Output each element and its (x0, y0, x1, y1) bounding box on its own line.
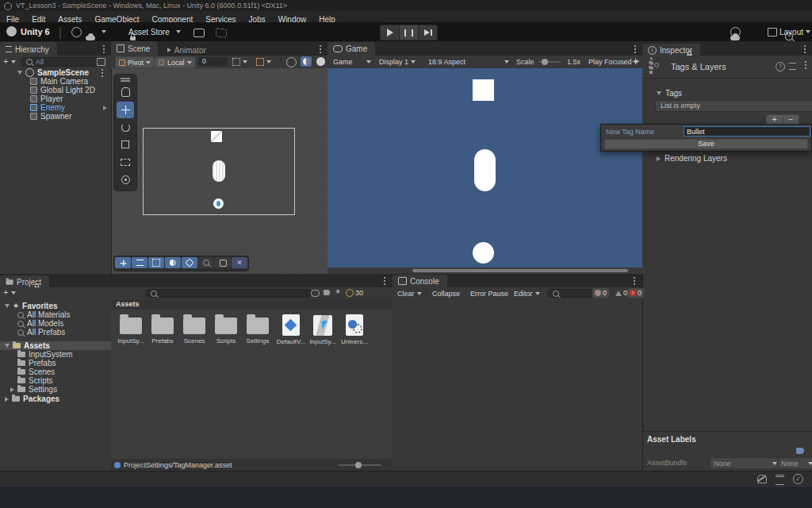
layout-caret[interactable] (806, 30, 810, 33)
overlay-layers-icon[interactable] (182, 257, 197, 268)
pause-button[interactable] (399, 25, 419, 40)
snap-settings-dropdown[interactable] (254, 56, 274, 67)
scene-camera-2d-toggle[interactable] (286, 57, 297, 67)
version-control-icon[interactable] (215, 28, 227, 38)
presets-icon[interactable] (789, 63, 796, 70)
tags-foldout[interactable]: Tags (657, 89, 682, 98)
overlay-grid-icon[interactable] (148, 257, 164, 268)
tree-row-player[interactable]: Player (0, 94, 111, 103)
display-dropdown[interactable]: Display 1 (377, 56, 418, 67)
game-hscrollbar-thumb[interactable] (412, 269, 628, 272)
hierarchy-search-input[interactable]: All (21, 57, 98, 67)
palette-handle-icon[interactable] (121, 78, 130, 79)
search-by-type-icon[interactable] (311, 290, 320, 297)
tree-row-assets[interactable]: Assets (0, 341, 111, 350)
overlay-move-icon[interactable] (115, 257, 131, 268)
cache-server-icon[interactable] (776, 475, 784, 487)
asset-store-caret[interactable] (176, 30, 181, 33)
console-clear-button[interactable]: Clear (395, 288, 424, 298)
pivot-dropdown[interactable]: Pivot (115, 56, 155, 68)
label-tag-icon[interactable] (796, 448, 804, 454)
tree-row-scenes[interactable]: Scenes (0, 368, 111, 376)
assetbundle-name-dropdown[interactable]: None (710, 457, 781, 469)
hierarchy-subscene-icon[interactable] (97, 58, 105, 66)
project-search-input[interactable] (145, 289, 312, 298)
tab-hierarchy[interactable]: Hierarchy (0, 42, 57, 56)
game-mode-dropdown[interactable]: Game (331, 56, 373, 67)
layout-dropdown[interactable]: Layout (779, 28, 803, 37)
account-dropdown-caret[interactable] (102, 30, 106, 33)
save-tag-button[interactable]: Save (604, 139, 808, 149)
tree-row-global-light[interactable]: Global Light 2D (0, 86, 111, 94)
scale-tool[interactable] (117, 137, 134, 153)
project-add-caret[interactable] (11, 291, 16, 294)
tree-row-scene[interactable]: SampleScene (0, 68, 111, 77)
tree-row-all-models[interactable]: All Models (0, 319, 111, 328)
asset-item-folder[interactable]: Scenes (179, 314, 209, 344)
overlay-sliders-icon[interactable] (132, 257, 147, 268)
grid-size-field[interactable]: 0 (198, 57, 228, 66)
scene-menu-icon[interactable] (320, 48, 321, 50)
tree-row-all-materials[interactable]: All Materials (0, 310, 111, 319)
hidden-packages-icon[interactable] (346, 289, 354, 297)
game-view[interactable] (327, 68, 642, 267)
cloud-services-icon[interactable] (86, 36, 95, 40)
asset-item-volume-profile[interactable]: DefaultV... (276, 314, 306, 345)
game-menu-icon[interactable] (634, 48, 636, 50)
hierarchy-add-caret[interactable] (11, 60, 16, 64)
game-hscrollbar[interactable] (327, 267, 643, 274)
asset-item-universal-rp[interactable]: Univers... (339, 314, 370, 345)
asset-item-folder[interactable]: Scripts (211, 314, 241, 344)
save-search-icon[interactable]: ★ (335, 287, 341, 295)
play-button[interactable] (380, 25, 400, 40)
scene-sprite-circle[interactable] (213, 198, 224, 209)
scene-view[interactable]: ✕ (112, 68, 327, 274)
undo-history-icon[interactable] (730, 27, 741, 37)
grid-visibility-dropdown[interactable] (230, 56, 250, 67)
foldout-icon[interactable] (17, 71, 22, 75)
tree-row-scripts[interactable]: Scripts (0, 376, 111, 385)
hand-tool[interactable] (117, 84, 134, 101)
scene-menu-icon[interactable] (102, 72, 103, 74)
tab-scene[interactable]: Scene (111, 41, 158, 56)
rotate-tool[interactable] (117, 119, 134, 136)
assetbundle-variant-dropdown[interactable]: None (777, 457, 812, 469)
help-icon[interactable]: ? (776, 62, 785, 71)
console-info-badge[interactable]: 0 (592, 288, 609, 298)
scene-lighting-toggle[interactable] (301, 56, 312, 67)
new-tag-name-input[interactable] (684, 126, 810, 137)
header-menu-icon[interactable] (805, 64, 806, 66)
console-editor-dropdown[interactable]: Editor (511, 288, 542, 298)
package-manager-icon[interactable] (193, 29, 205, 37)
asset-item-folder[interactable]: Prefabs (147, 314, 178, 344)
thumbnail-size-slider[interactable] (338, 464, 381, 466)
tree-row-spawner[interactable]: Spawner (0, 112, 111, 121)
tab-game[interactable]: Game (327, 42, 375, 56)
aspect-dropdown[interactable]: 16:9 Aspect (426, 56, 511, 67)
tree-row-inputsystem[interactable]: InputSystem (0, 350, 111, 359)
asset-item-folder[interactable]: InputSy... (116, 314, 146, 344)
tree-row-enemy[interactable]: Enemy (0, 103, 111, 112)
tree-row-settings[interactable]: Settings (0, 385, 111, 394)
scene-sprite-square[interactable] (211, 131, 222, 142)
scene-audio-toggle[interactable] (316, 57, 325, 66)
console-error-pause-button[interactable]: Error Pause (468, 288, 511, 298)
overlay-lighting-icon[interactable] (165, 257, 181, 268)
console-log-area[interactable] (393, 299, 643, 471)
tree-row-packages[interactable]: Packages (0, 394, 111, 403)
handle-space-dropdown[interactable]: Local (154, 56, 196, 68)
tree-row-prefabs[interactable]: Prefabs (0, 359, 111, 368)
grid-breadcrumb[interactable]: Assets (111, 299, 397, 310)
inspector-menu-icon[interactable] (804, 48, 806, 50)
console-collapse-button[interactable]: Collapse (430, 288, 462, 298)
tree-row-main-camera[interactable]: Main Camera (0, 77, 111, 86)
rendering-layers-foldout[interactable]: Rendering Layers (657, 154, 727, 163)
hierarchy-add-button[interactable]: + (3, 56, 8, 66)
project-menu-icon[interactable] (384, 280, 385, 282)
search-by-label-icon[interactable] (324, 290, 330, 295)
notifications-muted-icon[interactable] (757, 475, 767, 483)
console-error-badge[interactable]: ! 0 (627, 288, 644, 298)
transform-tool[interactable] (117, 171, 134, 188)
step-button[interactable] (418, 25, 438, 40)
move-tool[interactable] (117, 102, 134, 118)
